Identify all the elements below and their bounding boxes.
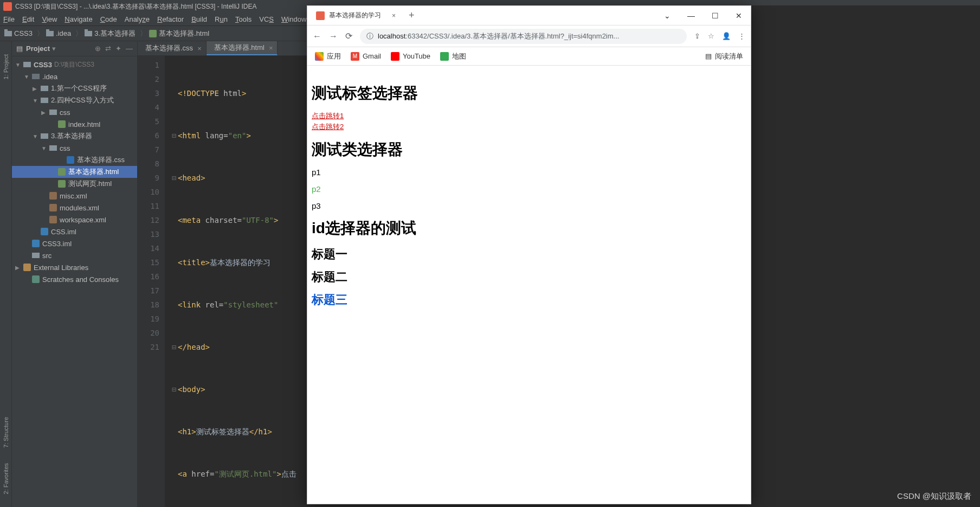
tree-cssiml[interactable]: CSS.iml [12,226,137,238]
crumb-root[interactable]: CSS3 [4,29,33,37]
project-header: ▤ Project ▾ ⊕ ⇄ ✦ — [12,41,137,56]
share-icon[interactable]: ⇪ [694,32,700,40]
browser-toolbar: ← → ⟳ ⓘ localhost:63342/CSS3/.idea/3.基本选… [307,25,751,47]
minimize-icon[interactable]: — [679,8,703,24]
collapse-icon[interactable]: ⊕ [95,44,101,53]
tree-d3-test[interactable]: 测试网页.html [12,178,137,190]
gutter: 123456789101112131415161718192021 [138,56,165,507]
tree-misc[interactable]: misc.xml [12,190,137,202]
favicon-icon [316,11,325,20]
reload-button[interactable]: ⟳ [345,31,352,41]
tree-src[interactable]: src [12,249,137,261]
new-tab-button[interactable]: + [409,10,415,21]
back-button[interactable]: ← [313,31,321,41]
page-link2[interactable]: 点击跳转2 [312,122,746,132]
tree-d2-css[interactable]: ▶css [12,106,137,118]
page-p1: p1 [312,168,746,177]
url-path: :63342/CSS3/.idea/3.基本选择器/基本选择器.html?_ij… [405,31,619,41]
rail-structure[interactable]: 7: Structure [2,415,10,450]
tree-idea[interactable]: ▼.idea [12,70,137,82]
star-icon[interactable]: ☆ [708,32,714,40]
info-icon[interactable]: ⓘ [366,31,373,41]
menu-analyze[interactable]: Analyze [125,15,150,23]
page-h2c: 标题三 [312,292,746,308]
chevron-down-icon[interactable]: ⌄ [655,8,679,24]
page-h2a: 标题一 [312,246,746,262]
page-h1-tag: 测试标签选择器 [312,83,746,104]
tree-d1[interactable]: ▶1.第一个CSS程序 [12,82,137,94]
project-label-icon: ▤ [16,44,23,53]
tree-d2-index[interactable]: index.html [12,118,137,130]
url-bar[interactable]: ⓘ localhost:63342/CSS3/.idea/3.基本选择器/基本选… [360,29,687,44]
project-panel: ▤ Project ▾ ⊕ ⇄ ✦ — ▼CSS3D:\项目\CSS3 ▼.id… [12,41,138,507]
page-p2: p2 [312,184,746,194]
page-h1-class: 测试类选择器 [312,139,746,160]
close-icon[interactable]: ✕ [727,8,751,24]
locate-icon[interactable]: ⇄ [105,44,111,53]
menu-icon[interactable]: ⋮ [738,32,745,40]
window-title: CSS3 [D:\项目\CSS3] - ...\.idea\3.基本选择器\基本… [15,2,256,11]
app-icon [3,2,12,11]
page-content: 测试标签选择器 点击跳转1 点击跳转2 测试类选择器 p1 p2 p3 id选择… [307,66,751,504]
rail-project[interactable]: 1: Project [2,52,10,81]
tab-html[interactable]: 基本选择器.html× [207,41,278,55]
bookmark-bar: 应用 MGmail YouTube 地图 ▤阅读清单 [307,47,751,66]
left-rail: 1: Project 7: Structure 2: Favorites [0,41,12,507]
menu-build[interactable]: Build [191,15,207,23]
right-background [751,5,980,507]
reading-list[interactable]: ▤阅读清单 [705,52,743,61]
page-h2b: 标题二 [312,269,746,285]
bm-maps[interactable]: 地图 [440,52,466,61]
page-link1[interactable]: 点击跳转1 [312,111,746,121]
browser-tab[interactable]: 基本选择器的学习 × [311,7,401,25]
project-tree: ▼CSS3D:\项目\CSS3 ▼.idea ▶1.第一个CSS程序 ▼2.四种… [12,56,137,287]
crumb-idea[interactable]: .idea [46,29,71,37]
project-dropdown-icon[interactable]: ▾ [52,44,56,53]
page-h1-id: id选择器的测试 [312,218,746,239]
tree-scratches[interactable]: Scratches and Consoles [12,273,137,285]
crumb-file[interactable]: 基本选择器.html [149,29,209,38]
close-icon[interactable]: × [269,44,273,52]
tree-workspace[interactable]: workspace.xml [12,214,137,226]
menu-code[interactable]: Code [100,15,117,23]
tree-d3-cssfile[interactable]: 基本选择器.css [12,154,137,166]
bm-youtube[interactable]: YouTube [391,52,430,61]
browser-titlebar: 基本选择器的学习 × + ⌄ — ☐ ✕ [307,6,751,25]
close-icon[interactable]: × [197,44,202,53]
watermark: CSDN @知识汲取者 [897,491,971,502]
tree-modules[interactable]: modules.xml [12,202,137,214]
profile-icon[interactable]: 👤 [722,32,731,40]
tab-css[interactable]: 基本选择器.css× [138,41,207,55]
bm-gmail[interactable]: MGmail [351,52,381,61]
menu-edit[interactable]: Edit [22,15,34,23]
menu-tools[interactable]: Tools [235,15,252,23]
close-tab-icon[interactable]: × [392,12,396,20]
menu-run[interactable]: Run [215,15,228,23]
menu-refactor[interactable]: Refactor [157,15,184,23]
menu-window[interactable]: Window [281,15,306,23]
page-p3: p3 [312,201,746,210]
menu-file[interactable]: File [3,15,15,23]
tree-css3iml[interactable]: CSS3.iml [12,238,137,249]
url-host: localhost [378,32,405,40]
menu-view[interactable]: View [42,15,57,23]
maximize-icon[interactable]: ☐ [703,8,727,24]
rail-favorites[interactable]: 2: Favorites [2,461,10,496]
tree-d3-css[interactable]: ▼css [12,142,137,154]
project-label: Project [26,44,50,53]
tree-root[interactable]: ▼CSS3D:\项目\CSS3 [12,59,137,70]
gear-icon[interactable]: ✦ [115,44,121,53]
tree-d2[interactable]: ▼2.四种CSS导入方式 [12,94,137,106]
browser-tab-title: 基本选择器的学习 [329,11,381,20]
forward-button[interactable]: → [329,31,338,41]
tree-ext-lib[interactable]: ▶External Libraries [12,261,137,273]
menu-navigate[interactable]: Navigate [65,15,92,23]
tree-d3[interactable]: ▼3.基本选择器 [12,130,137,142]
tree-d3-html[interactable]: 基本选择器.html [12,166,137,178]
list-icon: ▤ [705,52,712,60]
bm-apps[interactable]: 应用 [315,52,341,61]
crumb-dir[interactable]: 3.基本选择器 [85,29,136,38]
menu-vcs[interactable]: VCS [259,15,274,23]
browser-window: 基本选择器的学习 × + ⌄ — ☐ ✕ ← → ⟳ ⓘ localhost:6… [307,5,751,504]
hide-icon[interactable]: — [126,44,133,53]
